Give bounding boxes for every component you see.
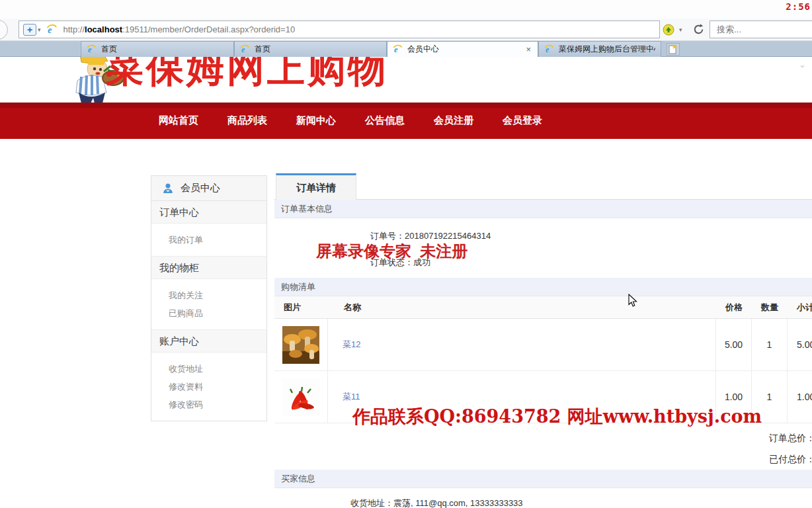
sidebar-item-edit-profile[interactable]: 修改资料 — [151, 378, 266, 396]
price-value: 5.00 — [716, 319, 752, 370]
sidebar-group: 我的订单 — [151, 224, 266, 257]
webpage: 菜保姆网上购物 ⌄ 网站首页 商品列表 新闻中心 公告信息 会员注册 会员登录 … — [0, 57, 812, 508]
search-input[interactable] — [710, 21, 812, 38]
section-basic-info: 订单基本信息 — [274, 200, 812, 218]
column-name: 名称 — [328, 302, 716, 314]
member-sidebar: 会员中心 订单中心 我的订单 我的物柜 我的关注 已购商品 账户中心 收货地址 … — [151, 175, 267, 421]
ie-favicon-icon — [46, 24, 58, 35]
order-detail-panel: 订单详情 订单基本信息 订单号：201807192215464314 订单状态：… — [274, 173, 812, 508]
section-buyer-info: 买家信息 — [274, 470, 812, 488]
search-box[interactable] — [710, 21, 812, 38]
browser-tab-member-center[interactable]: 会员中心 × — [387, 41, 538, 57]
nav-item-announcements[interactable]: 公告信息 — [365, 114, 405, 127]
sidebar-section-account: 账户中心 — [151, 330, 266, 353]
cart-row-1: 菜12 5.00 1 5.00 — [274, 319, 812, 371]
sidebar-header: 会员中心 — [151, 176, 266, 201]
column-price: 价格 — [716, 302, 752, 314]
url-path: :19511/member/OrderDetail.aspx?orderid=1… — [122, 24, 295, 34]
recorder-clock: 2:56 — [786, 1, 811, 12]
new-tab-icon — [669, 44, 678, 54]
favorites-add-icon[interactable]: + — [23, 24, 36, 36]
main-navigation: 网站首页 商品列表 新闻中心 公告信息 会员注册 会员登录 — [0, 103, 812, 139]
ie-favicon-icon — [544, 44, 554, 54]
sidebar-item-my-orders[interactable]: 我的订单 — [151, 231, 266, 249]
address-bar-actions: ▾ — [663, 21, 705, 38]
qty-value: 1 — [752, 319, 788, 370]
subtotal-value: 5.00 — [788, 319, 812, 370]
ie-favicon-icon — [393, 44, 403, 54]
sidebar-section-orders: 订单中心 — [151, 201, 266, 224]
nav-item-home[interactable]: 网站首页 — [159, 114, 198, 127]
chevron-down-icon[interactable]: ▾ — [679, 26, 682, 33]
window-top-strip: 2:56 — [0, 0, 812, 19]
mouse-cursor — [628, 294, 637, 308]
user-icon — [162, 183, 174, 194]
nav-item-login[interactable]: 会员登录 — [503, 114, 542, 127]
sidebar-item-address[interactable]: 收货地址 — [151, 360, 266, 378]
contact-watermark: 作品联系QQ:86943782 网址www.htbysj.com — [352, 405, 762, 429]
sidebar-item-my-follows[interactable]: 我的关注 — [151, 286, 266, 304]
order-total-label: 订单总价： — [274, 427, 812, 448]
site-logo-text[interactable]: 菜保姆网上购物 — [106, 57, 388, 95]
sidebar-item-change-password[interactable]: 修改密码 — [151, 396, 266, 413]
tab-label: 会员中心 — [407, 44, 439, 55]
browser-tabbar: 首页 首页 会员中心 × 菜保姆网上购物后台管理中心 — [0, 41, 812, 57]
sidebar-section-lockers: 我的物柜 — [151, 257, 266, 279]
browser-tab-home-2[interactable]: 首页 — [234, 41, 387, 57]
sidebar-group: 收货地址 修改资料 修改密码 — [151, 353, 266, 421]
product-link[interactable]: 菜11 — [343, 391, 360, 403]
product-image-chili-peppers[interactable] — [282, 378, 319, 416]
browser-tab-admin-center[interactable]: 菜保姆网上购物后台管理中心 — [538, 41, 661, 57]
screen: 2:56 + ▾ http://localhost:19511/member/O… — [0, 0, 812, 508]
chevron-down-icon[interactable]: ⌄ — [799, 60, 806, 69]
product-image-mushrooms[interactable] — [282, 326, 319, 364]
order-totals: 订单总价： 已付总价： — [274, 423, 812, 470]
tab-label: 首页 — [255, 44, 270, 55]
column-image: 图片 — [274, 302, 328, 314]
nav-item-news[interactable]: 新闻中心 — [296, 114, 336, 127]
nav-item-products[interactable]: 商品列表 — [227, 114, 267, 127]
address-bar[interactable]: + ▾ http://localhost:19511/member/OrderD… — [19, 21, 660, 38]
tab-label: 首页 — [101, 44, 117, 55]
column-subtotal: 小计 — [788, 302, 812, 314]
browser-tab-home-1[interactable]: 首页 — [81, 41, 234, 57]
new-tab-button[interactable] — [667, 43, 680, 56]
sidebar-item-purchased[interactable]: 已购商品 — [151, 304, 266, 322]
url-text[interactable]: http://localhost:19511/member/OrderDetai… — [63, 24, 296, 34]
section-cart: 购物清单 — [274, 278, 812, 296]
column-qty: 数量 — [752, 302, 788, 314]
refresh-icon[interactable] — [692, 23, 705, 36]
back-button[interactable] — [0, 20, 8, 40]
recorder-watermark: 屏幕录像专家 未注册 — [316, 241, 467, 262]
sidebar-title: 会员中心 — [181, 182, 220, 194]
product-link[interactable]: 菜12 — [343, 339, 360, 351]
close-icon[interactable]: × — [524, 45, 532, 54]
detail-tab-row: 订单详情 — [274, 173, 812, 200]
url-protocol: http:// — [63, 24, 85, 34]
nav-item-register[interactable]: 会员注册 — [434, 114, 473, 127]
ie-favicon-icon — [240, 44, 250, 54]
paid-total-label: 已付总价： — [274, 448, 812, 470]
sidebar-group: 我的关注 已购商品 — [151, 279, 266, 330]
ie-favicon-icon — [87, 44, 97, 54]
buyer-address: 收货地址：震荡, 111@qq.com, 13333333333 — [274, 488, 812, 508]
chevron-down-icon[interactable]: ▾ — [38, 26, 41, 33]
tab-label: 菜保姆网上购物后台管理中心 — [559, 44, 655, 55]
subtotal-value: 1.00 — [788, 371, 812, 423]
cart-table-header: 图片 名称 价格 数量 小计 — [274, 296, 812, 319]
compatibility-icon[interactable] — [663, 24, 674, 36]
url-host: localhost — [85, 24, 122, 34]
browser-toolbar: + ▾ http://localhost:19511/member/OrderD… — [0, 19, 812, 41]
tab-order-detail[interactable]: 订单详情 — [276, 173, 356, 200]
